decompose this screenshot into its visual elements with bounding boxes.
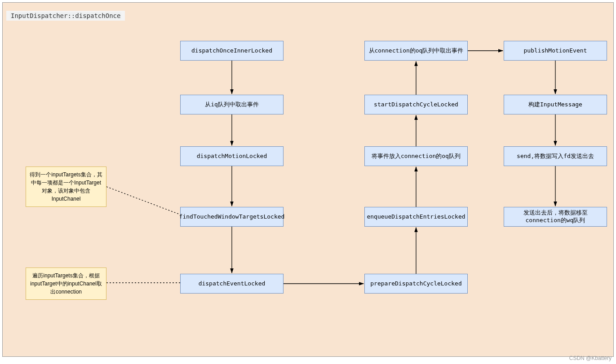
node-enqueueDispatchEntriesLocked: enqueueDispatchEntriesLocked bbox=[364, 207, 468, 227]
node-dispatchEventLocked: dispatchEventLocked bbox=[180, 274, 284, 294]
node-dispatchMotionLocked: dispatchMotionLocked bbox=[180, 146, 284, 166]
diagram-canvas: InputDispatcher::dispatchOnce dispatchOn… bbox=[2, 2, 614, 357]
node-dispatchOnceInnerLocked: dispatchOnceInnerLocked bbox=[180, 41, 284, 61]
node-dequeue-oq: 从connection的oq队列中取出事件 bbox=[364, 41, 468, 61]
node-dequeue-iq: 从iq队列中取出事件 bbox=[180, 95, 284, 114]
node-enqueue-oq: 将事件放入connection的oq队列 bbox=[364, 146, 468, 166]
node-build-inputmessage: 构建InputMessage bbox=[504, 95, 607, 114]
watermark: CSDN @Kbattery bbox=[569, 355, 612, 361]
node-findTouchedWindowTargetsLocked: findTouchedWindowTargetsLocked bbox=[180, 207, 284, 227]
note-connection: 遍历inputTargets集合，根据inputTarget中的inputCha… bbox=[26, 268, 106, 300]
node-prepareDispatchCycleLocked: prepareDispatchCycleLocked bbox=[364, 274, 468, 294]
node-move-to-wq: 发送出去后，将数据移至connection的wq队列 bbox=[504, 207, 607, 227]
node-publishMotionEvent: publishMotionEvent bbox=[504, 41, 607, 61]
svg-line-13 bbox=[106, 187, 180, 215]
diagram-title: InputDispatcher::dispatchOnce bbox=[6, 11, 125, 21]
node-send-fd: send,将数据写入fd发送出去 bbox=[504, 146, 607, 166]
note-inputtargets: 得到一个inputTargets集合，其中每一项都是一个InputTarget对… bbox=[26, 167, 106, 207]
node-startDispatchCycleLocked: startDispatchCycleLocked bbox=[364, 95, 468, 114]
